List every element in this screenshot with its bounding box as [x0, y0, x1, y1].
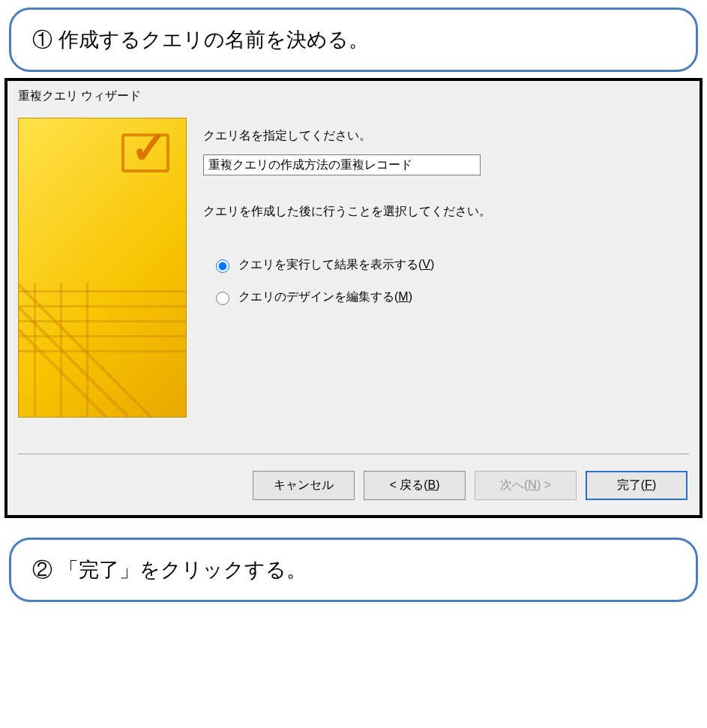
dialog-body: ✓ クエリ名を指定してください。	[7, 112, 700, 424]
query-name-input[interactable]	[203, 154, 481, 175]
prompt-after-create: クエリを作成した後に行うことを選択してください。	[203, 204, 689, 220]
next-button: 次へ(N) >	[475, 471, 577, 500]
prompt-query-name: クエリ名を指定してください。	[203, 128, 689, 144]
callout-bottom-text: ② 「完了」をクリックする。	[32, 556, 675, 583]
back-button[interactable]: < 戻る(B)	[364, 471, 466, 500]
callout-bottom: ② 「完了」をクリックする。	[9, 538, 698, 602]
wizard-graphic: ✓	[18, 118, 187, 418]
wizard-content: クエリ名を指定してください。 クエリを作成した後に行うことを選択してください。 …	[203, 118, 689, 418]
cancel-button[interactable]: キャンセル	[253, 471, 355, 500]
checkmark-icon: ✓	[130, 126, 168, 171]
radio-view-results-label: クエリを実行して結果を表示する(V)	[238, 257, 434, 273]
callout-top-text: ① 作成するクエリの名前を決める。	[32, 26, 675, 53]
checkmark-box-icon: ✓	[121, 133, 169, 172]
radio-view-results[interactable]: クエリを実行して結果を表示する(V)	[212, 257, 689, 273]
wizard-dialog: 重複クエリ ウィザード ✓	[4, 78, 703, 518]
radio-edit-design-label: クエリのデザインを編集する(M)	[238, 289, 412, 305]
radio-edit-design-input[interactable]	[216, 292, 229, 305]
callout-top: ① 作成するクエリの名前を決める。	[9, 7, 698, 72]
finish-button[interactable]: 完了(F)	[586, 471, 688, 500]
radio-edit-design[interactable]: クエリのデザインを編集する(M)	[212, 289, 689, 305]
dialog-title: 重複クエリ ウィザード	[7, 81, 700, 112]
graphic-lines-icon	[19, 283, 186, 417]
dialog-button-row: キャンセル < 戻る(B) 次へ(N) > 完了(F)	[7, 454, 700, 515]
radio-view-results-input[interactable]	[216, 259, 229, 273]
